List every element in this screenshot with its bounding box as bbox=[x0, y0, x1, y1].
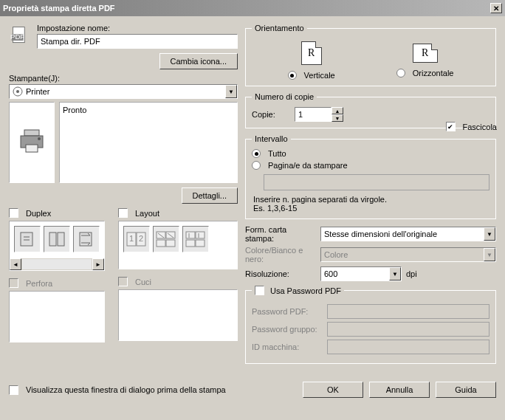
svg-point-8 bbox=[38, 137, 41, 140]
pdf-password-group: Usa Password PDF Password PDF: Password … bbox=[245, 286, 496, 364]
svg-rect-12 bbox=[80, 233, 92, 246]
svg-rect-22 bbox=[196, 232, 205, 238]
color-select: Colore ▼ bbox=[320, 247, 496, 262]
show-dialog-checkbox[interactable]: Visualizza questa finestra di dialogo pr… bbox=[9, 385, 226, 395]
svg-text:1: 1 bbox=[129, 234, 134, 243]
svg-rect-7 bbox=[26, 145, 38, 152]
layout-option-3[interactable] bbox=[182, 226, 209, 252]
layout-options: 12 bbox=[119, 221, 237, 257]
help-button[interactable]: Guida bbox=[436, 382, 496, 398]
svg-rect-5 bbox=[24, 130, 39, 136]
setting-name-input[interactable] bbox=[37, 34, 238, 49]
printer-preview bbox=[9, 102, 55, 183]
titlebar: Proprietà stampa diretta PDF ✕ bbox=[0, 0, 505, 16]
chevron-down-icon[interactable]: ▼ bbox=[225, 85, 237, 98]
copies-spinner[interactable]: ▲▼ bbox=[295, 107, 343, 122]
layout-checkbox[interactable]: Layout bbox=[118, 208, 238, 218]
window-title: Proprietà stampa diretta PDF bbox=[3, 4, 115, 13]
chevron-down-icon: ▼ bbox=[484, 248, 495, 261]
range-hint2: Es. 1,3,6-15 bbox=[253, 204, 489, 213]
range-legend: Intervallo bbox=[252, 134, 291, 143]
printer-status: Pronto bbox=[63, 106, 86, 114]
scroll-left-icon[interactable]: ◄ bbox=[10, 258, 21, 270]
pwd-pdf-label: Password PDF: bbox=[252, 307, 323, 316]
collate-checkbox[interactable]: ✔Fascicola bbox=[446, 122, 497, 131]
svg-rect-24 bbox=[196, 240, 205, 247]
printer-label: Stampante(J): bbox=[9, 74, 238, 83]
close-icon[interactable]: ✕ bbox=[490, 3, 502, 13]
printer-status-panel: Pronto bbox=[59, 102, 238, 183]
svg-point-4 bbox=[16, 90, 19, 93]
resolution-unit: dpi bbox=[406, 269, 417, 278]
ok-button[interactable]: OK bbox=[303, 382, 363, 398]
paper-label: Form. carta stampa: bbox=[245, 225, 316, 243]
color-label: Colore/Bianco e nero: bbox=[245, 246, 316, 264]
copies-label: Copie: bbox=[252, 110, 290, 119]
chevron-down-icon[interactable]: ▼ bbox=[484, 227, 495, 241]
range-pages-input bbox=[264, 174, 489, 190]
chevron-down-icon[interactable]: ▼ bbox=[389, 267, 401, 280]
pwd-pdf-input bbox=[327, 304, 489, 319]
pdf-password-legend: Usa Password PDF bbox=[270, 286, 341, 295]
range-pages-radio[interactable]: Pagina/e da stampare bbox=[252, 161, 489, 170]
duplex-option-1[interactable] bbox=[14, 226, 41, 252]
landscape-radio[interactable]: Orizzontale bbox=[396, 69, 454, 78]
landscape-icon: R bbox=[413, 44, 438, 63]
setting-name-label: Impostazione nome: bbox=[37, 24, 238, 32]
range-group: Intervallo Tutto Pagina/e da stampare In… bbox=[245, 134, 496, 219]
details-button[interactable]: Dettagli... bbox=[182, 187, 238, 204]
svg-text:PDF: PDF bbox=[10, 32, 24, 41]
orientation-group: Orientamento R Verticale R Orizzontale bbox=[245, 24, 496, 86]
svg-rect-10 bbox=[49, 233, 56, 246]
resolution-select[interactable]: 600 ▼ bbox=[320, 266, 402, 281]
printer-select[interactable]: Printer ▼ bbox=[9, 84, 238, 99]
svg-rect-20 bbox=[166, 240, 175, 247]
svg-rect-19 bbox=[157, 240, 165, 247]
cuci-checkbox: Cuci bbox=[118, 277, 238, 286]
pwd-machine-label: ID macchina: bbox=[252, 342, 323, 351]
paper-value: Stesse dimensioni dell'originale bbox=[324, 230, 437, 238]
target-icon bbox=[13, 86, 23, 97]
duplex-scrollbar[interactable]: ◄ ► bbox=[10, 258, 104, 270]
resolution-label: Risoluzione: bbox=[245, 269, 316, 278]
duplex-options bbox=[10, 221, 104, 257]
color-value: Colore bbox=[324, 250, 348, 259]
copies-legend: Numero di copie bbox=[252, 92, 317, 101]
orientation-legend: Orientamento bbox=[252, 24, 307, 32]
perfora-checkbox: Perfora bbox=[9, 278, 105, 288]
cuci-panel bbox=[118, 289, 238, 341]
printer-value: Printer bbox=[26, 87, 49, 96]
svg-text:2: 2 bbox=[139, 234, 143, 243]
change-icon-button[interactable]: Cambia icona... bbox=[159, 53, 238, 69]
pwd-group-label: Password gruppo: bbox=[252, 325, 323, 334]
copies-group: Numero di copie Copie: ▲▼ ✔Fascicola bbox=[245, 92, 496, 128]
paper-select[interactable]: Stesse dimensioni dell'originale ▼ bbox=[320, 227, 496, 241]
spin-down-icon[interactable]: ▼ bbox=[331, 114, 343, 122]
perfora-panel bbox=[9, 291, 105, 342]
range-hint1: Inserire n. pagina separati da virgole. bbox=[253, 195, 489, 204]
portrait-icon: R bbox=[301, 41, 322, 65]
duplex-option-3[interactable] bbox=[73, 226, 100, 252]
svg-rect-11 bbox=[58, 233, 64, 246]
cancel-button[interactable]: Annulla bbox=[369, 382, 430, 398]
layout-option-2[interactable] bbox=[153, 226, 179, 252]
svg-rect-23 bbox=[186, 240, 195, 247]
range-all-radio[interactable]: Tutto bbox=[252, 149, 489, 158]
portrait-radio[interactable]: Verticale bbox=[288, 71, 335, 80]
pwd-machine-input bbox=[327, 340, 489, 354]
layout-option-1[interactable]: 12 bbox=[123, 226, 150, 252]
pwd-group-input bbox=[327, 322, 489, 337]
scroll-right-icon[interactable]: ► bbox=[92, 258, 104, 270]
svg-rect-21 bbox=[186, 232, 195, 238]
printer-icon bbox=[17, 128, 47, 156]
use-pdf-password-checkbox[interactable] bbox=[255, 286, 264, 295]
spin-up-icon[interactable]: ▲ bbox=[331, 107, 343, 114]
svg-rect-9 bbox=[21, 233, 32, 246]
copies-input[interactable] bbox=[295, 107, 331, 122]
duplex-checkbox[interactable]: Duplex bbox=[9, 208, 105, 218]
duplex-option-2[interactable] bbox=[44, 226, 70, 252]
pdf-icon: PDF bbox=[9, 24, 32, 47]
resolution-value: 600 bbox=[324, 269, 337, 278]
